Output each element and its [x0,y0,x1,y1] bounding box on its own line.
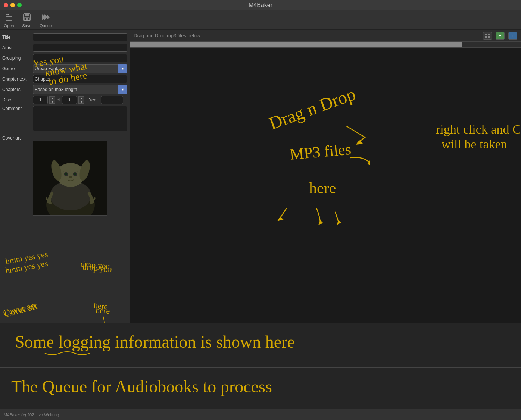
grouping-row: Grouping [2,54,127,63]
toolbar: Open Save Queue [0,10,521,30]
log-panel: Some logging information is shown here [0,323,521,368]
statusbar-text: M4Baker (c) 2021 Ivo Woltring [4,413,59,417]
hw-here-left: here [93,301,108,311]
svg-text:drop you: drop you [82,262,113,274]
disc-total-stepper: ▲ ▼ [78,96,84,104]
svg-text:right click and Cover art: right click and Cover art [436,122,521,136]
svg-text:here: here [309,179,336,197]
disc-total-up-button[interactable]: ▲ [78,96,84,100]
grouping-input[interactable] [33,54,127,62]
svg-text:The Queue for Audiobooks to pr: The Queue for Audiobooks to process [11,377,272,396]
svg-rect-30 [485,34,487,35]
queue-icon [41,12,51,22]
svg-marker-39 [277,217,284,221]
svg-marker-6 [47,14,50,20]
open-label: Open [4,23,14,28]
svg-text:hmm yes yes: hmm yes yes [5,258,49,275]
disc-of-text: of [57,97,60,103]
chapters-row: Chapters Based on mp3 length ▼ [2,85,127,94]
hw-drop-you: drop you [80,259,110,272]
disc-controls: ▲ ▼ of ▲ ▼ Year [33,96,123,104]
app-title: M4Baker [249,2,272,9]
titlebar: M4Baker [0,0,521,10]
svg-rect-3 [26,18,28,20]
open-button[interactable]: Open [4,12,14,28]
svg-marker-40 [318,220,323,225]
drop-zone-header: Drag and Drop mp3 files below... + ↓ [130,30,521,42]
genre-row: Genre Urban Fantasy ▼ [2,64,127,73]
download-button[interactable]: ↓ [508,32,517,40]
title-input[interactable] [33,33,127,41]
svg-text:Some logging information is sh: Some logging information is shown here [15,332,295,351]
svg-text:Cover art: Cover art [2,300,37,318]
comment-label: Comment [2,106,33,111]
disc-row: Disc ▲ ▼ of ▲ ▼ Year [2,95,127,104]
maximize-button[interactable] [17,3,22,7]
disc-stepper: ▲ ▼ [49,96,55,104]
comment-row: Comment [2,106,127,132]
genre-label: Genre [2,66,33,71]
grid-view-button[interactable] [483,32,492,40]
artist-label: Artist [2,45,33,50]
artist-input[interactable] [33,44,127,52]
hw-cover-art: Cover art [3,301,38,319]
disc-down-button[interactable]: ▼ [49,100,55,104]
svg-text:MP3 files: MP3 files [289,141,352,163]
traffic-lights [4,3,22,7]
cover-art-label: Cover art [2,135,33,141]
svg-marker-41 [337,220,341,225]
chapters-dropdown-arrow[interactable]: ▼ [118,85,127,94]
title-label: Title [2,35,33,40]
svg-rect-31 [488,34,490,35]
svg-text:Drag n Drop: Drag n Drop [266,84,358,134]
chapters-label: Chapters [2,87,33,92]
svg-rect-32 [485,36,487,38]
chapter-text-row: Chapter text [2,75,127,84]
open-icon [4,12,14,22]
add-button[interactable]: + [496,32,505,40]
chapter-text-label: Chapter text [2,76,33,82]
svg-rect-19 [33,141,107,216]
cover-art-image[interactable] [33,141,107,216]
save-icon [22,12,32,22]
genre-select-wrapper: Urban Fantasy ▼ [33,64,127,73]
disc-up-button[interactable]: ▲ [49,96,55,100]
hw-hmm-yes: hmm yes yes [5,249,49,266]
close-button[interactable] [4,3,8,7]
disc-total-down-button[interactable]: ▼ [78,100,84,104]
svg-rect-1 [25,14,29,16]
svg-text:will be taken: will be taken [442,137,507,151]
queue-label: Queue [40,23,52,28]
progress-bar [130,42,462,47]
chapters-select[interactable]: Based on mp3 length [33,85,127,94]
title-row: Title [2,33,127,42]
svg-marker-37 [367,160,370,165]
artist-row: Artist [2,43,127,52]
queue-panel: The Queue for Audiobooks to process [0,368,521,409]
minimize-button[interactable] [10,3,15,7]
save-button[interactable]: Save [22,12,32,28]
year-input[interactable] [101,96,123,104]
svg-marker-35 [356,140,363,145]
disc-number-input[interactable] [33,96,48,104]
chapter-text-input[interactable] [33,75,127,83]
drop-hint: Drag and Drop mp3 files below... [134,33,479,38]
comment-textarea[interactable] [33,106,127,131]
queue-button[interactable]: Queue [40,12,52,28]
save-label: Save [22,23,31,28]
genre-select[interactable]: Urban Fantasy [33,64,127,73]
svg-text:here: here [96,305,110,316]
progress-bar-container [130,42,521,48]
genre-dropdown-arrow[interactable]: ▼ [118,64,127,73]
disc-label: Disc [2,97,33,103]
year-label: Year [89,97,98,103]
disc-total-input[interactable] [62,96,77,104]
svg-rect-33 [488,36,490,38]
statusbar: M4Baker (c) 2021 Ivo Woltring [0,409,521,420]
grouping-label: Grouping [2,56,33,61]
chapters-select-wrapper: Based on mp3 length ▼ [33,85,127,94]
